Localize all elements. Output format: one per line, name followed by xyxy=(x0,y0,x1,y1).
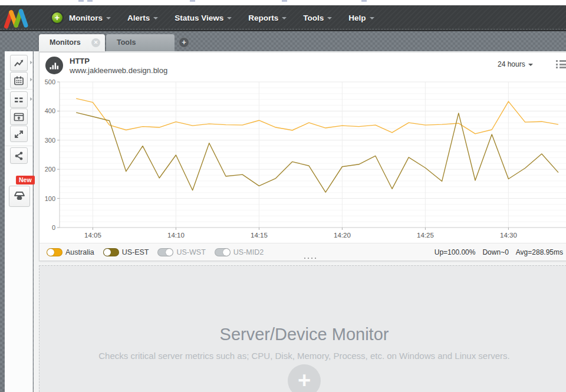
expand-button[interactable] xyxy=(10,126,28,142)
legend-toggle-us-est[interactable]: US-EST xyxy=(103,248,149,256)
legend-label: US-EST xyxy=(122,248,149,256)
toggle-knob xyxy=(223,249,230,256)
svg-text:14:10: 14:10 xyxy=(167,232,185,239)
submenu-arrow-icon xyxy=(30,78,32,81)
add-monitor-button[interactable]: + xyxy=(51,11,64,24)
downtime-value: Down~0 xyxy=(482,248,508,256)
monitor-type-title: HTTP xyxy=(70,57,90,65)
toggle-pill[interactable] xyxy=(103,248,119,256)
menu-tools[interactable]: Tools xyxy=(303,14,332,22)
toggle-pill[interactable] xyxy=(157,248,173,256)
text-fragment xyxy=(190,0,195,2)
svg-text:500: 500 xyxy=(45,78,55,85)
time-range-value: 24 hours xyxy=(498,60,525,68)
toggle-knob xyxy=(166,249,173,256)
share-icon xyxy=(13,150,25,162)
menu-label: Tools xyxy=(303,14,324,22)
menu-label: Reports xyxy=(248,14,278,22)
menu-help[interactable]: Help xyxy=(348,14,374,22)
toggle-knob xyxy=(47,249,54,256)
chevron-down-icon xyxy=(370,17,374,19)
close-tab-icon[interactable]: ✕ xyxy=(91,38,100,47)
window-upload-button[interactable] xyxy=(10,108,28,125)
server-device-dropzone[interactable]: Server/Device Monitor Checks critical se… xyxy=(39,265,566,392)
tab-bar: Monitors ✕ Tools + xyxy=(0,31,566,51)
monitorus-logo-icon[interactable] xyxy=(4,7,32,29)
svg-text:200: 200 xyxy=(45,166,55,173)
share-button[interactable] xyxy=(10,147,28,164)
response-time-chart[interactable]: 010020030040050014:0514:1014:1514:2014:2… xyxy=(44,78,566,242)
tab-monitors[interactable]: Monitors ✕ xyxy=(39,34,105,51)
uptime-value: Up=100.00% xyxy=(435,248,476,256)
menu-monitors[interactable]: Monitors xyxy=(69,14,111,22)
chevron-down-icon xyxy=(528,64,533,66)
chevron-down-icon xyxy=(227,17,232,19)
time-range-dropdown[interactable]: 24 hours xyxy=(498,60,533,68)
monitor-list-button[interactable] xyxy=(10,91,28,108)
legend-label: US-MID2 xyxy=(233,248,264,256)
monitor-type-avatar xyxy=(45,57,63,74)
calendar-icon xyxy=(13,75,25,86)
menu-label: Alerts xyxy=(127,14,150,22)
http-monitor-panel: HTTP www.jakleenweb.design.blog 24 hours… xyxy=(39,52,566,261)
tab-label: Tools xyxy=(117,38,136,47)
menu-reports[interactable]: Reports xyxy=(248,14,287,22)
menu-label: Status Views xyxy=(175,14,223,22)
svg-text:14:15: 14:15 xyxy=(251,232,268,239)
legend-label: US-WST xyxy=(176,248,205,256)
toolbar-divider xyxy=(5,146,32,146)
add-tab-button[interactable]: + xyxy=(179,37,189,48)
bar-chart-icon xyxy=(50,61,59,70)
text-fragment xyxy=(87,0,93,2)
avg-response-value: Avg=288.95ms xyxy=(516,248,563,256)
section-description: Checks critical server metrics such as; … xyxy=(40,351,566,361)
chevron-down-icon xyxy=(282,17,287,19)
tab-label: Monitors xyxy=(50,38,81,47)
submenu-arrow-icon xyxy=(30,61,32,64)
calendar-button[interactable] xyxy=(10,72,28,88)
chevron-down-icon xyxy=(327,17,332,19)
svg-text:0: 0 xyxy=(52,224,55,231)
legend-toggle-us-wst[interactable]: US-WST xyxy=(157,248,205,256)
menu-alerts[interactable]: Alerts xyxy=(127,14,158,22)
text-fragment xyxy=(282,0,287,2)
svg-text:300: 300 xyxy=(45,137,55,144)
main-menu: Monitors Alerts Status Views Reports Too… xyxy=(69,5,374,30)
monitor-list-icon xyxy=(13,94,25,106)
monitored-url: www.jakleenweb.design.blog xyxy=(70,66,167,75)
menu-label: Monitors xyxy=(69,14,103,22)
printer-icon xyxy=(12,190,27,203)
new-feature-badge: New xyxy=(16,176,35,185)
svg-text:100: 100 xyxy=(45,195,55,202)
legend-toggles: Australia US-EST US-WST US-MID2 xyxy=(47,243,264,261)
chevron-down-icon xyxy=(153,17,158,19)
legend-toggle-us-mid2[interactable]: US-MID2 xyxy=(215,248,264,256)
menu-label: Help xyxy=(348,14,366,22)
window-upload-icon xyxy=(13,111,25,123)
svg-text:14:05: 14:05 xyxy=(84,232,101,239)
svg-text:14:25: 14:25 xyxy=(417,232,434,239)
legend-toggle-australia[interactable]: Australia xyxy=(47,248,94,256)
toggle-knob xyxy=(104,249,111,256)
performance-graph-button[interactable] xyxy=(10,55,28,71)
svg-text:14:20: 14:20 xyxy=(334,232,351,239)
toggle-pill[interactable] xyxy=(215,248,231,256)
panel-menu-icon[interactable] xyxy=(556,60,566,70)
performance-graph-icon xyxy=(13,58,25,68)
tab-tools[interactable]: Tools xyxy=(106,34,175,51)
menu-status-views[interactable]: Status Views xyxy=(175,14,232,22)
panel-resize-handle[interactable] xyxy=(304,258,305,259)
svg-text:14:30: 14:30 xyxy=(500,232,517,239)
add-server-monitor-button[interactable]: + xyxy=(288,364,321,392)
text-fragment xyxy=(361,0,367,2)
toggle-pill[interactable] xyxy=(47,248,62,256)
clipped-browser-strip xyxy=(0,0,566,5)
text-fragment xyxy=(78,0,84,2)
printer-button[interactable] xyxy=(9,186,30,207)
toolbar-divider xyxy=(5,89,32,90)
top-navbar: + Monitors Alerts Status Views Reports T… xyxy=(0,5,566,31)
submenu-arrow-icon xyxy=(30,97,32,101)
expand-icon xyxy=(13,129,25,140)
main-content: HTTP www.jakleenweb.design.blog 24 hours… xyxy=(34,51,566,392)
uptime-stats: Up=100.00% Down~0 Avg=288.95ms xyxy=(435,243,563,261)
